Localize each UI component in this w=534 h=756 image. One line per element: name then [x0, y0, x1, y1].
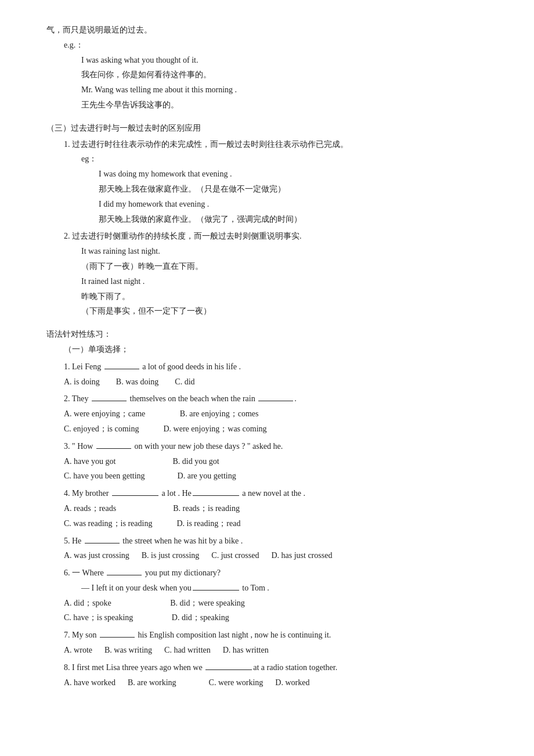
question-3-options-b: C. have you been getting D. are you gett… [64, 469, 488, 483]
point1-text: 1. 过去进行时往往表示动作的未完成性，而一般过去时则往往表示动作已完成。 [64, 138, 488, 152]
point2-pair2-zh: 昨晚下雨了。 [81, 290, 488, 304]
question-6-line1: 6. 一 Where you put my dictionary? [64, 566, 488, 580]
sub-title: （一）单项选择； [64, 343, 488, 357]
question-8: 8. I first met Lisa three years ago when… [64, 661, 488, 675]
question-6-options-a: A. did；spoke B. did；were speaking [64, 596, 488, 610]
question-4-options-a: A. reads；reads B. reads；is reading [64, 502, 488, 516]
question-4: 4. My brother a lot . He a new novel at … [64, 487, 488, 501]
example-2-en: Mr. Wang was telling me about it this mo… [81, 83, 488, 97]
question-2-options-b: C. enjoyed；is coming D. were enjoying；wa… [64, 422, 488, 436]
point1-pair1-zh: 那天晚上我在做家庭作业。（只是在做不一定做完） [99, 182, 488, 196]
question-6-line2: ― I left it on your desk when you to Tom… [81, 581, 488, 595]
question-8-options: A. have worked B. are working C. were wo… [64, 676, 488, 690]
point2-pair1-zh1: （雨下了一夜）昨晚一直在下雨。 [81, 260, 488, 273]
question-6-options-b: C. have；is speaking D. did；speaking [64, 611, 488, 625]
question-7-options: A. wrote B. was writing C. had written D… [64, 643, 488, 657]
point1-pair2-en: I did my homework that evening . [99, 197, 488, 211]
question-3-options-a: A. have you got B. did you got [64, 455, 488, 469]
section3-title: （三）过去进行时与一般过去时的区别应用 [46, 121, 488, 135]
grammar-title: 语法针对性练习： [46, 327, 488, 341]
question-2: 2. They themselves on the beach when the… [64, 392, 488, 406]
point1-pair1-en: I was doing my homework that evening . [99, 167, 488, 181]
question-3: 3. " How on with your new job these days… [64, 440, 488, 453]
question-1: 1. Lei Feng a lot of good deeds in his l… [64, 360, 488, 374]
question-4-options-b: C. was reading；is reading D. is reading；… [64, 517, 488, 531]
example-2-zh: 王先生今早告诉我这事的。 [81, 98, 488, 112]
question-5-options: A. was just crossing B. is just crossing… [64, 549, 488, 563]
page-content: 气，而只是说明最近的过去。 e.g.： I was asking what yo… [46, 23, 488, 689]
example-1-zh: 我在问你，你是如何看待这件事的。 [81, 68, 488, 82]
point2-pair1-en: It was raining last night. [81, 244, 488, 258]
point1-eg: eg： [81, 152, 488, 166]
question-5: 5. He the street when he was hit by a bi… [64, 534, 488, 548]
question-1-options: A. is doing B. was doing C. did [64, 375, 488, 389]
intro-line: 气，而只是说明最近的过去。 [46, 23, 488, 37]
question-7: 7. My son his English composition last n… [64, 628, 488, 642]
point1-pair2-zh: 那天晚上我做的家庭作业。（做完了，强调完成的时间） [99, 213, 488, 226]
point2-text: 2. 过去进行时侧重动作的持续长度，而一般过去时则侧重说明事实. [64, 229, 488, 243]
grammar-section: 语法针对性练习： （一）单项选择； 1. Lei Feng a lot of g… [46, 327, 488, 689]
eg-label: e.g.： [64, 38, 488, 52]
example-1-en: I was asking what you thought of it. [81, 53, 488, 67]
question-2-options-a: A. were enjoying；came B. are enjoying；co… [64, 407, 488, 421]
point2-note: （下雨是事实，但不一定下了一夜） [81, 304, 488, 318]
point2-pair2-en: It rained last night . [81, 275, 488, 289]
